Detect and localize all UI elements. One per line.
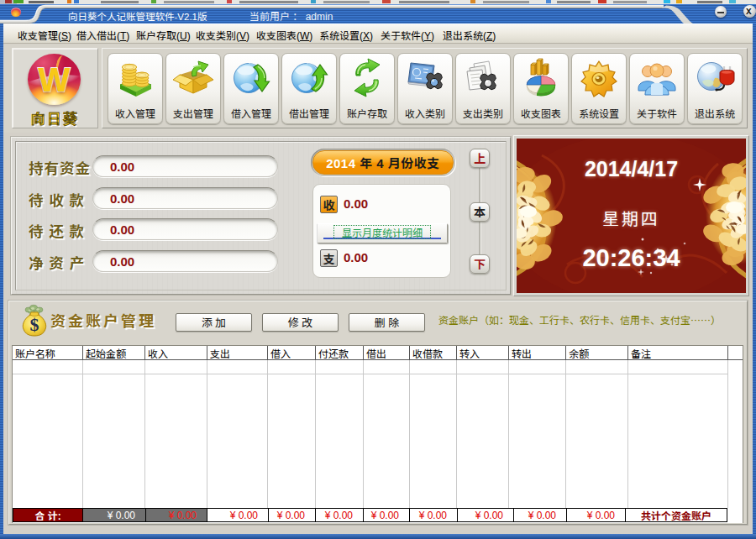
svg-text:$: $ bbox=[30, 314, 39, 335]
